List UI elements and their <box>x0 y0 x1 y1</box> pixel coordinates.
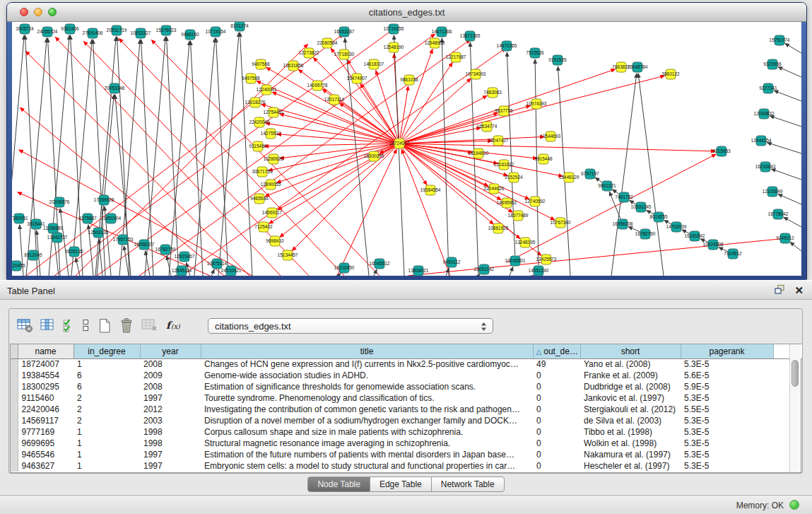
table-cell[interactable]: 9777169 <box>18 426 73 438</box>
table-cell[interactable]: Disruption of a novel member of a sodium… <box>201 415 533 426</box>
graph-edge[interactable] <box>401 49 433 139</box>
network-canvas[interactable]: 1872400794975686497568122400411331827612… <box>12 22 801 276</box>
table-cell[interactable]: Jankovic et al. (1997) <box>580 392 681 404</box>
create-column-button[interactable] <box>97 317 112 334</box>
delete-table-button[interactable] <box>141 317 158 334</box>
graph-node[interactable]: 14671365 <box>497 41 517 51</box>
graph-edge[interactable] <box>340 103 395 141</box>
graph-node[interactable]: 12503135 <box>88 228 109 238</box>
graph-node[interactable]: 16045512 <box>370 259 390 269</box>
graph-node[interactable]: 7350051 <box>12 214 28 223</box>
graph-edge[interactable] <box>360 84 396 139</box>
graph-node[interactable]: 12093832 <box>754 109 775 119</box>
table-row[interactable]: 1938455462009Genome-wide association stu… <box>11 370 802 381</box>
graph-edge[interactable] <box>54 30 392 276</box>
column-header-pagerank[interactable]: pagerank <box>681 344 773 358</box>
graph-node[interactable]: 15474907 <box>347 74 367 83</box>
table-cell[interactable]: 5.3E-5 <box>681 415 773 426</box>
graph-edge[interactable] <box>194 38 215 276</box>
graph-edge[interactable] <box>277 134 394 144</box>
graph-node[interactable]: 12890055 <box>261 180 281 189</box>
graph-node[interactable]: 3860122 <box>661 69 680 79</box>
graph-node[interactable]: 9227341 <box>759 83 777 93</box>
graph-node[interactable]: 7515526 <box>526 48 544 58</box>
graph-edge[interactable] <box>376 71 398 139</box>
table-cell[interactable]: 0 <box>533 392 580 404</box>
graph-edge[interactable] <box>402 63 452 139</box>
graph-node[interactable]: 27691406 <box>83 28 103 38</box>
graph-node[interactable]: 14618107 <box>364 59 384 69</box>
graph-edge[interactable] <box>785 44 801 54</box>
graph-node[interactable]: 9245012 <box>776 233 794 243</box>
graph-node[interactable]: 15134457 <box>278 250 298 260</box>
graph-node[interactable]: 7125402 <box>254 222 273 232</box>
table-cell[interactable]: Embryonic stem cells: a model to study s… <box>201 460 533 472</box>
table-cell[interactable]: 22420046 <box>18 404 73 415</box>
graph-node[interactable]: 16053287 <box>334 27 355 37</box>
tab-node-table[interactable]: Node Table <box>307 477 370 492</box>
graph-node[interactable]: 23051142 <box>474 264 495 274</box>
table-cell[interactable]: 5.3E-5 <box>681 426 773 438</box>
table-cell[interactable]: 1 <box>73 460 140 472</box>
graph-node[interactable]: 8101274 <box>230 22 249 31</box>
table-cell[interactable]: Tibbo et al. (1998) <box>580 426 681 438</box>
table-cell[interactable]: 49 <box>533 358 580 370</box>
graph-edge[interactable] <box>12 35 24 276</box>
table-cell[interactable]: Estimation of the future numbers of pati… <box>201 449 533 460</box>
graph-node[interactable]: 22060584 <box>317 38 338 48</box>
table-cell[interactable]: Nakamura et al. (1997) <box>580 449 681 460</box>
table-row[interactable]: 946362711997Embryonic stem cells: a mode… <box>11 460 802 472</box>
table-cell[interactable]: Genome-wide association studies in ADHD. <box>201 370 533 381</box>
table-cell[interactable]: 2012 <box>140 404 201 415</box>
graph-node[interactable]: 16778042 <box>768 209 789 219</box>
table-row[interactable]: 1456911722003Disruption of a novel membe… <box>11 415 802 426</box>
graph-edge[interactable] <box>264 144 394 146</box>
graph-edge[interactable] <box>176 275 177 276</box>
graph-node[interactable]: 6497568 <box>242 74 260 83</box>
table-row[interactable]: 969969511998Structural magnetic resonanc… <box>11 438 802 449</box>
table-cell[interactable]: 0 <box>533 438 580 449</box>
graph-node[interactable]: 20531719 <box>107 25 127 35</box>
table-cell[interactable]: 6 <box>73 370 140 381</box>
graph-node[interactable]: 12754451 <box>264 107 284 117</box>
graph-node[interactable]: 10047427 <box>488 136 509 146</box>
graph-node[interactable]: 19384554 <box>420 185 441 195</box>
graph-node[interactable]: 9115460 <box>249 141 267 151</box>
graph-node[interactable]: 11280626 <box>264 154 284 164</box>
graph-node[interactable]: 12845114 <box>172 266 192 276</box>
graph-node[interactable]: 11156889 <box>43 223 63 233</box>
table-cell[interactable]: 0 <box>533 381 580 392</box>
table-cell[interactable]: 2 <box>73 392 140 404</box>
table-row[interactable]: 946554611997Estimation of the future num… <box>11 449 802 460</box>
graph-node[interactable]: 9329966 <box>763 59 782 69</box>
table-cell[interactable]: 1998 <box>140 438 201 449</box>
graph-node[interactable]: 14051240 <box>529 266 549 276</box>
graph-node[interactable]: 9698410 <box>266 236 284 246</box>
graph-node[interactable]: 9465546 <box>250 194 269 204</box>
table-cell[interactable]: 9465546 <box>18 449 73 460</box>
graph-edge[interactable] <box>115 95 131 276</box>
table-cell[interactable]: 2 <box>73 404 140 415</box>
table-cell[interactable]: 2008 <box>140 381 201 392</box>
graph-edge[interactable] <box>71 35 83 276</box>
graph-node[interactable]: 10875114 <box>207 259 228 269</box>
graph-edge[interactable] <box>613 189 620 194</box>
table-cell[interactable]: 2009 <box>140 370 201 381</box>
citation-network-graph[interactable]: 1872400794975686497568122400411331827612… <box>12 22 801 276</box>
graph-edge[interactable] <box>770 116 802 127</box>
show-columns-button[interactable] <box>40 317 55 334</box>
graph-node[interactable]: 9915448 <box>534 154 553 164</box>
table-selector-dropdown[interactable]: citations_edges.txt <box>208 318 493 334</box>
table-cell[interactable]: 1997 <box>140 449 201 460</box>
table-cell[interactable]: 1 <box>73 358 140 370</box>
table-cell[interactable]: 0 <box>533 370 580 381</box>
table-cell[interactable]: 0 <box>533 415 580 426</box>
close-panel-button[interactable]: ✕ <box>794 284 804 296</box>
table-cell[interactable]: Tourette syndrome. Phenomenology and cla… <box>201 392 533 404</box>
graph-edge[interactable] <box>611 74 637 276</box>
graph-edge[interactable] <box>26 38 47 276</box>
graph-edge[interactable] <box>71 40 92 276</box>
graph-node[interactable]: 16782760 <box>635 229 656 239</box>
graph-node[interactable]: 12017114 <box>324 95 345 105</box>
table-cell[interactable]: 18724007 <box>18 358 73 370</box>
